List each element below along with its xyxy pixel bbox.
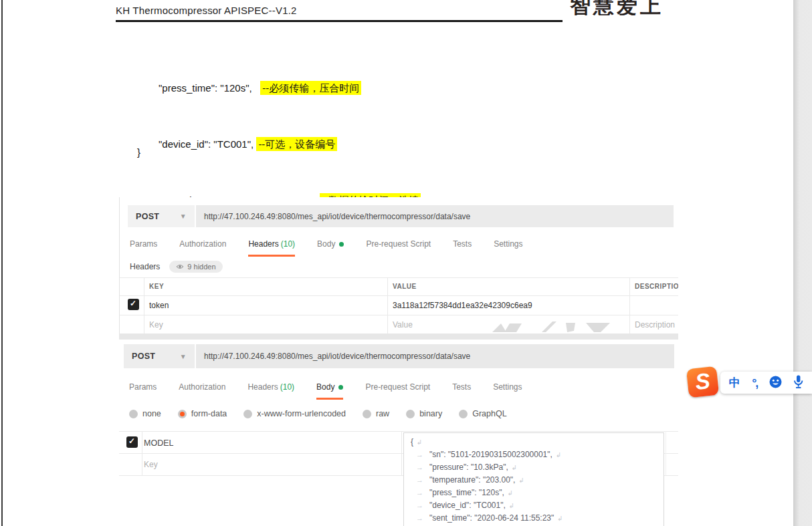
radio-icon (129, 410, 138, 418)
tab-body[interactable]: Body (316, 382, 343, 400)
tab-label: Settings (493, 382, 522, 392)
tab-settings[interactable]: Settings (493, 382, 522, 400)
ime-emoji-button[interactable] (769, 376, 782, 390)
json-line: "pressure": "10.3kPa", (411, 461, 657, 474)
company-logo-text: 智慧爱上 (570, 0, 697, 15)
tab-tests[interactable]: Tests (452, 382, 471, 400)
tab-label: Headers (247, 382, 278, 392)
hidden-headers-toggle[interactable]: 9 hidden (169, 261, 222, 273)
screenshot-divider-strip (119, 334, 678, 340)
body-type-form-data-selected[interactable]: form-data (178, 409, 227, 418)
sogou-ime-logo[interactable]: S (686, 366, 719, 398)
body-type-none[interactable]: none (129, 409, 161, 418)
document-title: KH Thermocompressor APISPEC--V1.2 (116, 5, 297, 16)
json-line: { (411, 436, 657, 448)
tab-params[interactable]: Params (130, 239, 157, 257)
radio-icon (363, 410, 371, 418)
headers-section-label: Headers (130, 262, 160, 271)
radio-icon (459, 410, 468, 418)
key-placeholder[interactable]: Key (144, 460, 158, 469)
closing-brace: } (137, 146, 140, 158)
watermark-logo-shapes (492, 320, 666, 334)
screenshot-root: KH Thermocompressor APISPEC--V1.2 智慧爱上 "… (0, 0, 812, 526)
request-tabs: Params Authorization Headers(10) Body Pr… (130, 239, 523, 257)
body-type-raw[interactable]: raw (363, 409, 389, 418)
headers-section-row: Headers 9 hidden (130, 261, 223, 273)
eye-icon (176, 263, 184, 270)
radio-selected-icon (178, 410, 187, 418)
ime-voice-button[interactable] (793, 375, 803, 391)
tab-settings[interactable]: Settings (494, 239, 522, 257)
radio-label: x-www-form-urlencoded (257, 409, 346, 418)
json-line: "sent_time": "2020-06-24 11:55:23" (411, 512, 657, 525)
value-placeholder[interactable]: Value (393, 320, 413, 330)
ime-chinese-mode-button[interactable]: 中 (729, 377, 740, 388)
left-page-rule (1, 0, 3, 526)
tab-label: Authorization (179, 239, 226, 249)
body-key-cell[interactable]: MODEL (144, 438, 173, 448)
header-value-cell[interactable]: 3a118a12f57384dd1ea32e42309c6ea9 (393, 301, 532, 310)
radio-label: form-data (191, 409, 227, 418)
header-key-cell[interactable]: token (149, 301, 169, 310)
column-divider (144, 277, 144, 334)
body-type-binary[interactable]: binary (406, 409, 442, 418)
highlighted-comment: --可选，设备编号 (256, 137, 337, 151)
column-divider (666, 431, 666, 475)
postman-screenshot-body: POST ▼ http://47.100.246.49:8080/mes_api… (119, 340, 678, 526)
title-underline (116, 20, 563, 22)
tab-pre-request-script[interactable]: Pre-request Script (365, 382, 430, 400)
ime-punctuation-button[interactable]: °, (752, 377, 757, 389)
tab-headers[interactable]: Headers(10) (248, 239, 295, 257)
tab-authorization[interactable]: Authorization (179, 239, 226, 257)
tab-label: Params (130, 239, 157, 249)
radio-label: GraphQL (472, 409, 506, 418)
table-border (119, 431, 678, 432)
row-checkbox-checked[interactable] (126, 436, 138, 448)
tab-pre-request-script[interactable]: Pre-request Script (366, 239, 431, 257)
key-placeholder[interactable]: Key (149, 320, 163, 330)
tab-params[interactable]: Params (129, 382, 157, 400)
json-line: "sn": "5101-20190315002300001", (411, 448, 657, 461)
method-label: POST (132, 352, 155, 361)
body-type-urlencoded[interactable]: x-www-form-urlencoded (243, 409, 346, 418)
tab-label: Settings (494, 239, 522, 249)
model-value-json-popup[interactable]: { "sn": "5101-20190315002300001", "press… (403, 432, 664, 526)
highlighted-comment: --必须传输，压合时间 (260, 81, 361, 95)
json-line: "device_id": "TC001", (411, 499, 657, 512)
body-type-graphql[interactable]: GraphQL (459, 409, 506, 418)
column-header-key: KEY (149, 283, 164, 290)
radio-label: raw (376, 409, 389, 418)
table-border (120, 295, 678, 296)
tab-authorization[interactable]: Authorization (179, 382, 225, 400)
body-active-dot (338, 385, 343, 390)
tab-body[interactable]: Body (317, 239, 344, 257)
radio-icon (406, 410, 415, 418)
headers-count-badge: (10) (281, 239, 295, 249)
tab-label: Tests (452, 382, 471, 392)
tab-label: Body (317, 239, 335, 249)
request-url: http://47.100.246.49:8080/mes_api/iot/de… (204, 352, 470, 361)
tab-label: Pre-request Script (366, 239, 431, 249)
url-input[interactable]: http://47.100.246.49:8080/mes_api/iot/de… (196, 205, 674, 227)
json-line: "temperature": "203.00", (411, 474, 657, 487)
microphone-icon (793, 375, 803, 389)
column-divider (387, 277, 388, 334)
url-input[interactable]: http://47.100.246.49:8080/mes_api/iot/de… (196, 344, 674, 368)
tab-headers[interactable]: Headers(10) (247, 382, 294, 400)
code-text: "press_time": "120s", (159, 82, 260, 94)
chevron-down-icon: ▼ (180, 213, 187, 220)
request-url: http://47.100.246.49:8080/mes_api/iot/de… (204, 212, 470, 221)
table-border (120, 277, 678, 278)
hidden-count-label: 9 hidden (187, 263, 215, 271)
column-divider (401, 431, 402, 475)
radio-label: binary (419, 409, 442, 418)
method-label: POST (136, 212, 159, 221)
method-dropdown[interactable]: POST ▼ (124, 344, 195, 368)
tab-label: Headers (248, 239, 278, 249)
method-dropdown[interactable]: POST ▼ (128, 205, 195, 227)
tab-tests[interactable]: Tests (453, 239, 472, 257)
smiley-icon (769, 376, 782, 388)
row-checkbox-checked[interactable] (128, 299, 139, 310)
radio-icon (243, 410, 252, 418)
headers-count-badge: (10) (280, 382, 294, 392)
